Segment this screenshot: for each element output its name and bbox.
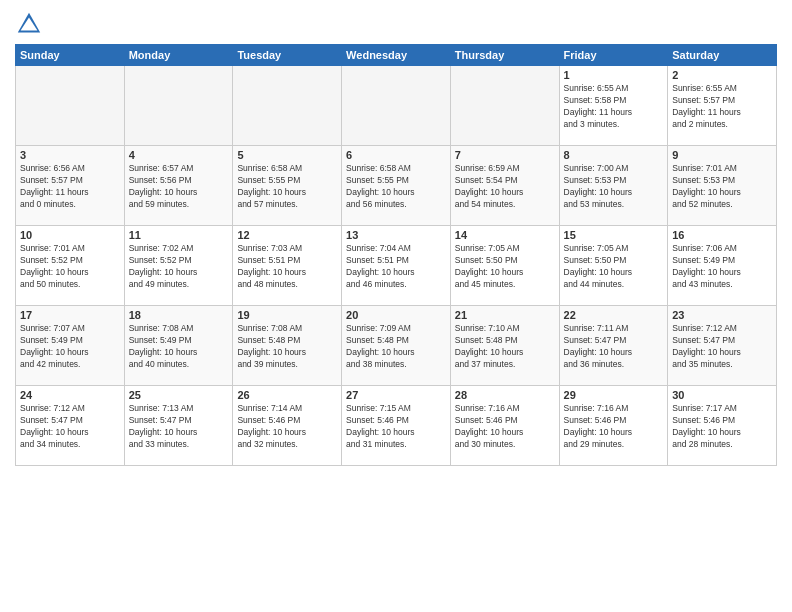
calendar-cell: 4Sunrise: 6:57 AM Sunset: 5:56 PM Daylig…	[124, 146, 233, 226]
calendar-cell: 9Sunrise: 7:01 AM Sunset: 5:53 PM Daylig…	[668, 146, 777, 226]
day-info: Sunrise: 7:15 AM Sunset: 5:46 PM Dayligh…	[346, 403, 446, 451]
day-info: Sunrise: 7:09 AM Sunset: 5:48 PM Dayligh…	[346, 323, 446, 371]
day-number: 16	[672, 229, 772, 241]
calendar-cell: 13Sunrise: 7:04 AM Sunset: 5:51 PM Dayli…	[342, 226, 451, 306]
day-info: Sunrise: 7:03 AM Sunset: 5:51 PM Dayligh…	[237, 243, 337, 291]
day-number: 3	[20, 149, 120, 161]
day-number: 1	[564, 69, 664, 81]
day-info: Sunrise: 7:06 AM Sunset: 5:49 PM Dayligh…	[672, 243, 772, 291]
day-number: 10	[20, 229, 120, 241]
weekday-header-saturday: Saturday	[668, 45, 777, 66]
day-number: 25	[129, 389, 229, 401]
weekday-header-sunday: Sunday	[16, 45, 125, 66]
calendar-cell: 6Sunrise: 6:58 AM Sunset: 5:55 PM Daylig…	[342, 146, 451, 226]
day-info: Sunrise: 6:58 AM Sunset: 5:55 PM Dayligh…	[237, 163, 337, 211]
day-info: Sunrise: 7:12 AM Sunset: 5:47 PM Dayligh…	[20, 403, 120, 451]
calendar-cell: 24Sunrise: 7:12 AM Sunset: 5:47 PM Dayli…	[16, 386, 125, 466]
page: SundayMondayTuesdayWednesdayThursdayFrid…	[0, 0, 792, 612]
calendar-cell: 3Sunrise: 6:56 AM Sunset: 5:57 PM Daylig…	[16, 146, 125, 226]
day-number: 11	[129, 229, 229, 241]
day-number: 13	[346, 229, 446, 241]
calendar-cell: 19Sunrise: 7:08 AM Sunset: 5:48 PM Dayli…	[233, 306, 342, 386]
weekday-header-friday: Friday	[559, 45, 668, 66]
day-number: 24	[20, 389, 120, 401]
day-number: 29	[564, 389, 664, 401]
calendar-cell: 17Sunrise: 7:07 AM Sunset: 5:49 PM Dayli…	[16, 306, 125, 386]
weekday-header-tuesday: Tuesday	[233, 45, 342, 66]
calendar-cell: 2Sunrise: 6:55 AM Sunset: 5:57 PM Daylig…	[668, 66, 777, 146]
day-info: Sunrise: 7:12 AM Sunset: 5:47 PM Dayligh…	[672, 323, 772, 371]
day-info: Sunrise: 7:08 AM Sunset: 5:49 PM Dayligh…	[129, 323, 229, 371]
day-number: 2	[672, 69, 772, 81]
day-number: 9	[672, 149, 772, 161]
logo	[15, 10, 47, 38]
day-number: 19	[237, 309, 337, 321]
day-number: 22	[564, 309, 664, 321]
calendar-cell: 12Sunrise: 7:03 AM Sunset: 5:51 PM Dayli…	[233, 226, 342, 306]
calendar-cell: 23Sunrise: 7:12 AM Sunset: 5:47 PM Dayli…	[668, 306, 777, 386]
day-info: Sunrise: 7:05 AM Sunset: 5:50 PM Dayligh…	[455, 243, 555, 291]
calendar-cell: 25Sunrise: 7:13 AM Sunset: 5:47 PM Dayli…	[124, 386, 233, 466]
week-row-1: 1Sunrise: 6:55 AM Sunset: 5:58 PM Daylig…	[16, 66, 777, 146]
day-number: 17	[20, 309, 120, 321]
calendar-cell: 27Sunrise: 7:15 AM Sunset: 5:46 PM Dayli…	[342, 386, 451, 466]
day-info: Sunrise: 6:56 AM Sunset: 5:57 PM Dayligh…	[20, 163, 120, 211]
calendar-cell	[342, 66, 451, 146]
calendar-table: SundayMondayTuesdayWednesdayThursdayFrid…	[15, 44, 777, 466]
day-info: Sunrise: 7:04 AM Sunset: 5:51 PM Dayligh…	[346, 243, 446, 291]
day-info: Sunrise: 7:14 AM Sunset: 5:46 PM Dayligh…	[237, 403, 337, 451]
day-info: Sunrise: 7:08 AM Sunset: 5:48 PM Dayligh…	[237, 323, 337, 371]
week-row-4: 17Sunrise: 7:07 AM Sunset: 5:49 PM Dayli…	[16, 306, 777, 386]
logo-icon	[15, 10, 43, 38]
day-number: 12	[237, 229, 337, 241]
weekday-header-wednesday: Wednesday	[342, 45, 451, 66]
calendar-cell: 22Sunrise: 7:11 AM Sunset: 5:47 PM Dayli…	[559, 306, 668, 386]
calendar-cell: 8Sunrise: 7:00 AM Sunset: 5:53 PM Daylig…	[559, 146, 668, 226]
day-number: 21	[455, 309, 555, 321]
weekday-header-monday: Monday	[124, 45, 233, 66]
calendar-cell: 16Sunrise: 7:06 AM Sunset: 5:49 PM Dayli…	[668, 226, 777, 306]
calendar-cell: 18Sunrise: 7:08 AM Sunset: 5:49 PM Dayli…	[124, 306, 233, 386]
day-info: Sunrise: 7:07 AM Sunset: 5:49 PM Dayligh…	[20, 323, 120, 371]
weekday-header-thursday: Thursday	[450, 45, 559, 66]
day-number: 20	[346, 309, 446, 321]
day-info: Sunrise: 7:02 AM Sunset: 5:52 PM Dayligh…	[129, 243, 229, 291]
day-info: Sunrise: 7:16 AM Sunset: 5:46 PM Dayligh…	[455, 403, 555, 451]
calendar-cell: 15Sunrise: 7:05 AM Sunset: 5:50 PM Dayli…	[559, 226, 668, 306]
day-number: 4	[129, 149, 229, 161]
calendar-cell	[450, 66, 559, 146]
day-number: 26	[237, 389, 337, 401]
weekday-header-row: SundayMondayTuesdayWednesdayThursdayFrid…	[16, 45, 777, 66]
day-number: 7	[455, 149, 555, 161]
day-info: Sunrise: 7:01 AM Sunset: 5:53 PM Dayligh…	[672, 163, 772, 211]
day-number: 14	[455, 229, 555, 241]
calendar-cell: 14Sunrise: 7:05 AM Sunset: 5:50 PM Dayli…	[450, 226, 559, 306]
day-number: 15	[564, 229, 664, 241]
day-info: Sunrise: 7:16 AM Sunset: 5:46 PM Dayligh…	[564, 403, 664, 451]
week-row-3: 10Sunrise: 7:01 AM Sunset: 5:52 PM Dayli…	[16, 226, 777, 306]
calendar-cell: 21Sunrise: 7:10 AM Sunset: 5:48 PM Dayli…	[450, 306, 559, 386]
day-info: Sunrise: 7:11 AM Sunset: 5:47 PM Dayligh…	[564, 323, 664, 371]
day-info: Sunrise: 7:05 AM Sunset: 5:50 PM Dayligh…	[564, 243, 664, 291]
calendar-cell	[124, 66, 233, 146]
day-info: Sunrise: 7:13 AM Sunset: 5:47 PM Dayligh…	[129, 403, 229, 451]
day-number: 6	[346, 149, 446, 161]
week-row-2: 3Sunrise: 6:56 AM Sunset: 5:57 PM Daylig…	[16, 146, 777, 226]
day-info: Sunrise: 6:58 AM Sunset: 5:55 PM Dayligh…	[346, 163, 446, 211]
day-info: Sunrise: 6:57 AM Sunset: 5:56 PM Dayligh…	[129, 163, 229, 211]
header	[15, 10, 777, 38]
day-number: 28	[455, 389, 555, 401]
calendar-cell: 20Sunrise: 7:09 AM Sunset: 5:48 PM Dayli…	[342, 306, 451, 386]
calendar-cell: 10Sunrise: 7:01 AM Sunset: 5:52 PM Dayli…	[16, 226, 125, 306]
day-info: Sunrise: 6:55 AM Sunset: 5:58 PM Dayligh…	[564, 83, 664, 131]
calendar-cell: 5Sunrise: 6:58 AM Sunset: 5:55 PM Daylig…	[233, 146, 342, 226]
calendar-cell: 30Sunrise: 7:17 AM Sunset: 5:46 PM Dayli…	[668, 386, 777, 466]
calendar-cell	[233, 66, 342, 146]
day-info: Sunrise: 6:59 AM Sunset: 5:54 PM Dayligh…	[455, 163, 555, 211]
day-number: 18	[129, 309, 229, 321]
day-info: Sunrise: 7:01 AM Sunset: 5:52 PM Dayligh…	[20, 243, 120, 291]
day-number: 27	[346, 389, 446, 401]
calendar-cell: 1Sunrise: 6:55 AM Sunset: 5:58 PM Daylig…	[559, 66, 668, 146]
calendar-cell: 26Sunrise: 7:14 AM Sunset: 5:46 PM Dayli…	[233, 386, 342, 466]
calendar-cell: 7Sunrise: 6:59 AM Sunset: 5:54 PM Daylig…	[450, 146, 559, 226]
